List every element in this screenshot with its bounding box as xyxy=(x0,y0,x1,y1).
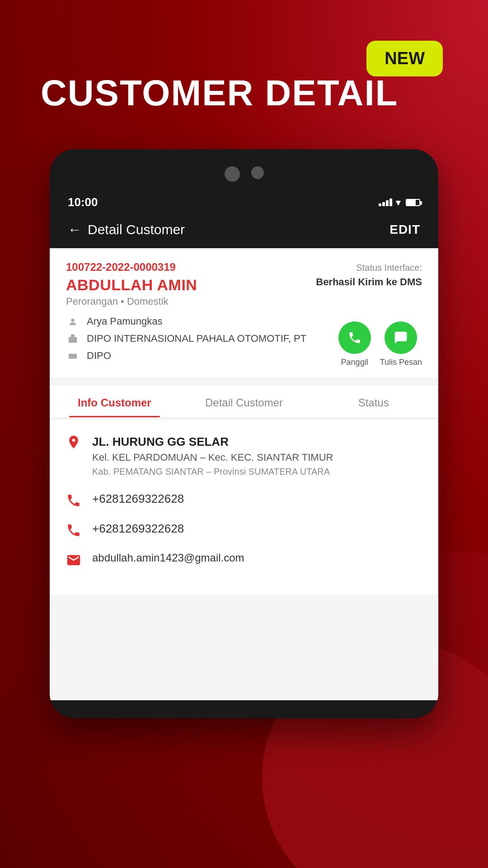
tab-info-customer[interactable]: Info Customer xyxy=(50,386,179,417)
phone2-content: +6281269322628 xyxy=(92,522,422,536)
email-address: abdullah.amin1423@gmail.com xyxy=(92,552,422,564)
dealer-name: DIPO INTERNASIONAL PAHALA OTOMOTIF, PT xyxy=(87,333,306,344)
edit-button[interactable]: EDIT xyxy=(389,222,420,237)
customer-info-rows: Arya Pamungkas DIPO INTERNASIONAL PAHALA… xyxy=(66,316,306,367)
app-header: ← Detail Customer EDIT xyxy=(50,213,438,248)
signal-icon xyxy=(379,198,392,206)
email-icon xyxy=(66,552,83,568)
phone-mockup: 10:00 ▾ ← Detail Customer EDIT xyxy=(50,149,438,718)
svg-rect-1 xyxy=(69,337,77,343)
building-icon xyxy=(66,333,80,344)
info-and-actions: Arya Pamungkas DIPO INTERNASIONAL PAHALA… xyxy=(66,307,422,367)
customer-card: 100722-2022-0000319 ABDULLAH AMIN Perora… xyxy=(50,248,438,378)
dealer-code: DIPO xyxy=(87,350,111,362)
status-bar: 10:00 ▾ xyxy=(50,192,438,213)
address-street: JL. HURUNG GG SELAR xyxy=(92,434,422,450)
address-field: JL. HURUNG GG SELAR Kel. KEL PARDOMUAN –… xyxy=(66,434,422,478)
call-label: Panggil xyxy=(341,358,368,367)
new-badge: NEW xyxy=(366,41,443,76)
phone1-number: +6281269322628 xyxy=(92,492,422,506)
phone1-icon xyxy=(66,493,83,508)
svg-rect-2 xyxy=(69,354,77,359)
status-interface: Status Interface: Berhasil Kirim ke DMS xyxy=(316,261,422,289)
location-icon xyxy=(66,434,83,450)
header-left[interactable]: ← Detail Customer xyxy=(68,222,185,237)
back-arrow-icon[interactable]: ← xyxy=(68,222,81,237)
salesperson-name: Arya Pamungkas xyxy=(87,316,163,327)
svg-point-0 xyxy=(71,319,74,322)
message-button[interactable]: Tulis Pesan xyxy=(380,321,422,367)
phone1-content: +6281269322628 xyxy=(92,492,422,506)
camera-main xyxy=(225,166,240,182)
person-icon xyxy=(66,316,80,327)
address-province: Kab. PEMATANG SIANTAR – Provinsi SUMATER… xyxy=(92,465,422,478)
app-content: 100722-2022-0000319 ABDULLAH AMIN Perora… xyxy=(50,248,438,700)
message-button-circle[interactable] xyxy=(385,321,417,354)
message-label: Tulis Pesan xyxy=(380,358,422,367)
salesperson-row: Arya Pamungkas xyxy=(66,316,306,327)
code-row: DIPO xyxy=(66,350,306,362)
dealer-row: DIPO INTERNASIONAL PAHALA OTOMOTIF, PT xyxy=(66,333,306,344)
tab-status[interactable]: Status xyxy=(309,386,438,417)
call-button-circle[interactable] xyxy=(338,321,371,354)
status-interface-value: Berhasil Kirim ke DMS xyxy=(316,274,422,289)
address-sub: Kel. KEL PARDOMUAN – Kec. KEC. SIANTAR T… xyxy=(92,450,422,465)
phone2-number: +6281269322628 xyxy=(92,522,422,536)
camera-secondary xyxy=(251,166,264,179)
customer-name: ABDULLAH AMIN xyxy=(66,276,197,294)
call-button[interactable]: Panggil xyxy=(338,321,371,367)
phone2-field: +6281269322628 xyxy=(66,522,422,538)
customer-id: 100722-2022-0000319 xyxy=(66,261,197,274)
email-content: abdullah.amin1423@gmail.com xyxy=(92,552,422,564)
status-icons: ▾ xyxy=(379,197,420,208)
info-customer-section: JL. HURUNG GG SELAR Kel. KEL PARDOMUAN –… xyxy=(50,420,438,595)
status-interface-label: Status Interface: xyxy=(316,261,422,274)
phone2-icon xyxy=(66,523,83,538)
page-title: CUSTOMER DETAIL xyxy=(41,72,398,114)
battery-icon xyxy=(406,199,420,206)
phone1-field: +6281269322628 xyxy=(66,492,422,508)
tag-icon xyxy=(66,350,80,362)
tabs-container: Info Customer Detail Customer Status xyxy=(50,386,438,418)
wifi-icon: ▾ xyxy=(396,197,400,208)
phone-cameras xyxy=(50,158,438,192)
header-title: Detail Customer xyxy=(88,222,185,237)
email-field: abdullah.amin1423@gmail.com xyxy=(66,552,422,568)
action-buttons: Panggil Tulis Pesan xyxy=(338,321,422,367)
customer-type: Perorangan • Domestik xyxy=(66,296,197,307)
status-time: 10:00 xyxy=(68,195,98,209)
address-content: JL. HURUNG GG SELAR Kel. KEL PARDOMUAN –… xyxy=(92,434,422,478)
tab-detail-customer[interactable]: Detail Customer xyxy=(179,386,309,417)
